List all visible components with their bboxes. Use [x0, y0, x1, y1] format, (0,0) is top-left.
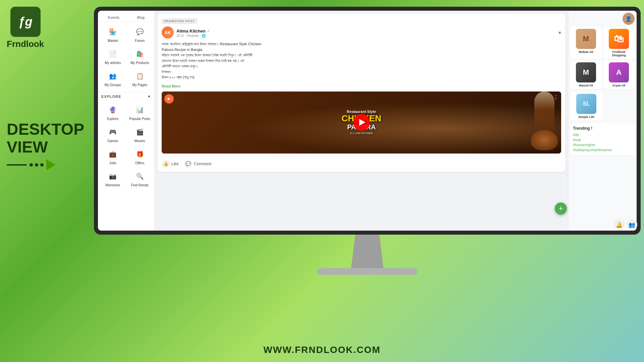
sidebar-item-pages[interactable]: 📋 My Pages [127, 68, 153, 89]
people-icon[interactable]: 👥 [627, 219, 637, 230]
products-label: My Products [130, 61, 149, 65]
post-source: Youtube [186, 34, 199, 38]
forum-icon: 💬 [134, 26, 146, 38]
simple-name: Simple Life [572, 115, 600, 119]
profile-card-masud[interactable]: M Masud Ali [570, 60, 602, 89]
sidebar-item-forum[interactable]: 💬 Forum [127, 24, 153, 45]
find-friends-icon: 🔍 [134, 170, 146, 182]
post-text: সহজে পদ্ধতিতে রেস্টুরেন্টের মতো চিকেন পা… [162, 41, 561, 80]
popular-icon: 📊 [134, 104, 146, 116]
explore-item-label: Explore [107, 117, 118, 121]
play-button[interactable] [353, 114, 370, 131]
arrow-dots [30, 163, 44, 167]
read-more-link[interactable]: Read More [162, 84, 180, 88]
profile-card-simple[interactable]: SL Simple Life [570, 92, 602, 121]
author-name: Alima Kitchen [176, 28, 206, 34]
post-line5: রেসিপিটি অন্তত একবার দেখুন। [162, 63, 561, 69]
explore-label: EXPLORE [101, 95, 121, 99]
like-label: Like [171, 162, 179, 166]
offers-icon: 🎁 [134, 148, 146, 160]
trending-tag-de[interactable]: #de [573, 133, 632, 137]
video-thumbnail[interactable]: Restaurant Style CHICKEN PAKORA A L I HA… [162, 92, 561, 154]
sidebar-item-popular[interactable]: 📊 Popular Posts [127, 102, 153, 123]
play-triangle-icon [359, 119, 365, 126]
sidebar-item-memories[interactable]: 📷 Memories [100, 168, 126, 189]
sidebar-item-jobs[interactable]: 💼 Jobs [100, 146, 126, 167]
jobs-icon: 💼 [107, 148, 119, 160]
popular-label: Popular Posts [129, 117, 150, 121]
verified-icon: ✓ [207, 29, 210, 34]
notification-icon[interactable]: 🔔 [614, 219, 625, 230]
trending-tag-mai[interactable]: #mai [573, 138, 632, 142]
explore-icon: 🔮 [107, 104, 119, 116]
monitor-outer: Events Blog 🏪 Market 💬 Forum 📄 My articl… [94, 7, 641, 235]
arrow-line [7, 164, 27, 166]
app-right-panel: 👤 M Muktar Ali 🛍 Frndlook Shopping M Mas… [568, 11, 637, 231]
dv-line2: VIEW [7, 138, 84, 156]
top-right-area: 👤 [570, 13, 635, 25]
comment-label: Comment [194, 162, 211, 166]
explore-chevron-icon: ▼ [147, 95, 151, 99]
muktar-name: Muktar Ali [572, 50, 600, 54]
explore-grid: 🔮 Explore 📊 Popular Posts 🎮 Games � [98, 101, 155, 190]
comment-button[interactable]: 💬 Comment [184, 160, 211, 168]
desktop-view-label: DESKTOP VIEW [7, 121, 84, 170]
top-right-avatar[interactable]: 👤 [623, 13, 635, 25]
sidebar-item-groups[interactable]: 👥 My Groups [100, 68, 126, 89]
like-button[interactable]: 👍 Like [162, 160, 179, 168]
trending-tag-humanrights[interactable]: #humanrights [573, 143, 632, 147]
avatar-aryan: A [609, 62, 629, 82]
profiles-grid: M Muktar Ali 🛍 Frndlook Shopping M Masud… [570, 27, 635, 89]
post-card: PROMOTED POST AK Alima Kitchen ✓ 10 m [158, 13, 565, 172]
market-label: Market [108, 39, 118, 43]
post-line1: সহজে পদ্ধতিতে রেস্টুরেন্টের মতো চিকেন পা… [162, 41, 561, 47]
profile-card-frndlook[interactable]: 🛍 Frndlook Shopping [603, 27, 635, 59]
post-line7: চিকেন ৫০০ গ্রাম (হাড়ু সহ) [162, 74, 561, 80]
post-line2: Pakora Recipe in Bangla [162, 47, 561, 53]
logo-box: ƒg [10, 7, 41, 37]
post-time: 10 m [176, 34, 184, 38]
sidebar-blog-link[interactable]: Blog [137, 15, 145, 19]
games-label: Games [107, 139, 118, 143]
video-attribution: A L I HA KITCHEN [341, 132, 381, 135]
dv-line1: DESKTOP [7, 121, 84, 138]
comment-icon: 💬 [184, 160, 192, 168]
post-menu-icon[interactable]: ▾ [558, 29, 561, 36]
sidebar-item-articles[interactable]: 📄 My articles [100, 46, 126, 67]
post-line3: বাড়িতে সহজেই এবং সুস্বাদু চিকেন পাকোড়া… [162, 52, 561, 58]
sidebar-item-products[interactable]: 🛍️ My Products [127, 46, 153, 67]
monitor-screen: Events Blog 🏪 Market 💬 Forum 📄 My articl… [98, 11, 637, 231]
explore-header[interactable]: EXPLORE ▼ [98, 93, 155, 101]
author-details: Alima Kitchen ✓ 10 m · Youtube · 🌐 [176, 28, 210, 38]
trending-tag-saltspray[interactable]: #saltspraychamberprice [573, 148, 632, 152]
food-visual [531, 130, 558, 150]
video-channel-icon: ▶ [164, 94, 174, 104]
sidebar-item-find-friends[interactable]: 🔍 Find friends [127, 168, 153, 189]
pages-label: My Pages [132, 83, 147, 87]
bottom-actions: 🔔 👥 [614, 219, 637, 230]
app-main: PROMOTED POST AK Alima Kitchen ✓ 10 m [155, 11, 568, 231]
author-meta: 10 m · Youtube · 🌐 [176, 34, 210, 38]
sidebar-item-explore[interactable]: 🔮 Explore [100, 102, 126, 123]
memories-icon: 📷 [107, 170, 119, 182]
brand-name: Frndlook [7, 39, 44, 49]
sidebar-events-link[interactable]: Events [108, 15, 119, 19]
author-avatar: AK [162, 26, 174, 39]
forum-label: Forum [135, 39, 145, 43]
sidebar-item-movies[interactable]: 🎬 Movies [127, 124, 153, 145]
frndlook-name: Frndlook Shopping [605, 50, 633, 57]
monitor-wrapper: Events Blog 🏪 Market 💬 Forum 📄 My articl… [94, 7, 641, 342]
profile-card-muktar[interactable]: M Muktar Ali [570, 27, 602, 59]
post-author-info: AK Alima Kitchen ✓ 10 m · Youtube · 🌐 [162, 26, 210, 39]
sidebar-main-grid: 🏪 Market 💬 Forum 📄 My articles 🛍️ My Pro… [98, 22, 155, 91]
fab-add-button[interactable]: + [555, 202, 567, 215]
sidebar-item-offers[interactable]: 🎁 Offers [127, 146, 153, 167]
profile-card-aryan[interactable]: A Aryan Ali [603, 60, 635, 89]
sidebar-item-market[interactable]: 🏪 Market [100, 24, 126, 45]
explore-section: EXPLORE ▼ 🔮 Explore 📊 Popular Posts [98, 92, 155, 190]
video-menu-icon[interactable]: ⋮ [553, 94, 558, 101]
avatar-frndlook: 🛍 [609, 29, 629, 49]
sidebar-item-games[interactable]: 🎮 Games [100, 124, 126, 145]
website-url: WWW.FRNDLOOK.COM [263, 345, 380, 355]
sidebar-top-links: Events Blog [98, 13, 155, 22]
